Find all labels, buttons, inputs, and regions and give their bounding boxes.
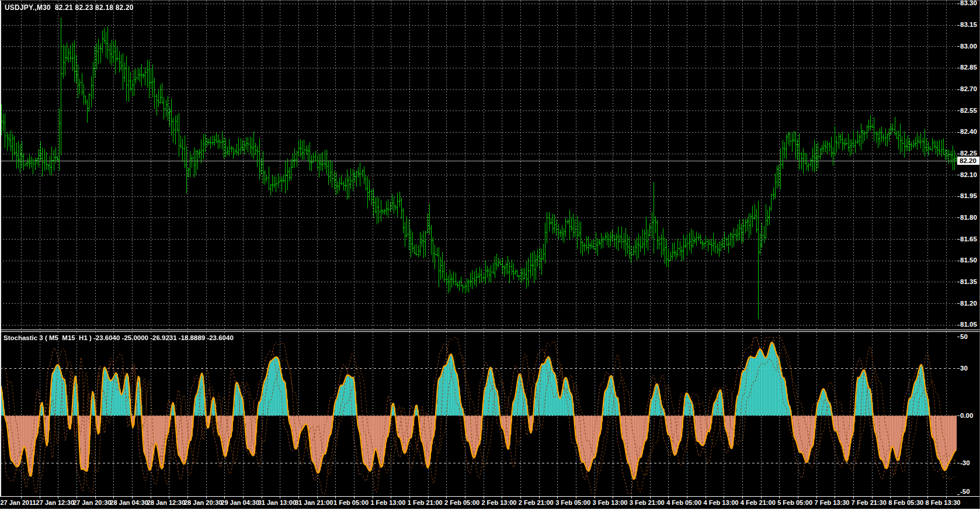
indicator-title-readout: Stochastic 3 ( M5 M15 H1 ) -23.6040 -25.…: [4, 334, 234, 341]
time-axis-tick: [595, 497, 595, 498]
time-axis-tick: [613, 497, 613, 498]
price-axis-label: 82.40: [960, 128, 977, 136]
time-axis-label: 28 Jan 12:30: [147, 499, 185, 506]
time-axis-tick: [631, 497, 632, 498]
price-axis-label: 81.95: [960, 192, 977, 200]
price-axis-tick: [957, 217, 960, 218]
time-axis-tick: [77, 497, 77, 498]
time-axis-label: 7 Feb 21:30: [852, 499, 887, 506]
price-axis-label: 83.30: [960, 0, 977, 7]
price-axis-tick: [957, 110, 960, 111]
time-axis-tick: [835, 497, 835, 498]
price-axis-label: 83.15: [960, 21, 977, 29]
stoch-axis-tick: [957, 463, 960, 463]
time-axis-label: 31 Jan 21:00: [295, 499, 333, 506]
time-axis-tick: [779, 497, 780, 498]
time-axis-label: 8 Feb 05:30: [888, 499, 923, 506]
time-axis-tick: [465, 497, 465, 498]
stoch-axis-label: 0.00: [960, 412, 973, 420]
stoch-axis-label: -50: [960, 488, 970, 496]
time-axis-tick: [151, 497, 151, 498]
time-axis-tick: [816, 497, 817, 498]
time-axis-tick: [706, 497, 706, 498]
time-axis-tick: [391, 497, 391, 498]
time-axis-label: 8 Feb 13:30: [926, 499, 961, 506]
time-axis-label: 3 Feb 05:00: [555, 499, 590, 506]
panel-separator-bottom[interactable]: [0, 331, 980, 332]
time-axis-tick: [335, 497, 336, 498]
price-axis-tick: [957, 68, 960, 68]
price-axis-tick: [957, 196, 960, 197]
chart-window: USDJPY.,M30 82.21 82.23 82.18 82.20 Stoc…: [0, 0, 980, 509]
price-axis-label: 82.55: [960, 107, 977, 115]
time-axis-tick: [206, 497, 207, 498]
price-axis-label: 81.20: [960, 300, 977, 307]
time-axis-tick: [946, 497, 947, 498]
price-axis-tick: [957, 282, 960, 282]
time-axis-label: 3 Feb 21:00: [630, 499, 665, 506]
time-axis-tick: [243, 497, 244, 498]
stoch-axis-tick: [957, 368, 960, 369]
time-axis-tick: [798, 497, 798, 498]
stoch-axis-tick: [957, 415, 960, 416]
time-axis-tick: [668, 497, 669, 498]
price-axis-tick: [957, 261, 960, 261]
time-axis-tick: [742, 497, 743, 498]
time-axis-tick: [687, 497, 687, 498]
time-axis-tick: [557, 497, 558, 498]
time-axis-label: 27 Jan 20:30: [73, 499, 111, 506]
price-axis-tick: [957, 25, 960, 26]
panel-separator-top[interactable]: [0, 330, 980, 330]
price-chart-canvas[interactable]: [0, 1, 957, 330]
time-axis-label: 28 Jan 04:30: [110, 499, 148, 506]
time-axis-tick: [224, 497, 225, 498]
time-axis-tick: [446, 497, 447, 498]
time-axis-label: 2 Feb 21:00: [519, 499, 554, 506]
stoch-axis-tick: [957, 494, 960, 495]
price-axis-label: 81.50: [960, 257, 977, 264]
stoch-axis-label: 50: [960, 333, 968, 341]
time-axis-tick: [853, 497, 854, 498]
time-axis-tick: [409, 497, 410, 498]
price-axis-label: 81.35: [960, 278, 977, 286]
time-axis-tick: [113, 497, 114, 498]
time-axis-tick: [520, 497, 521, 498]
time-axis-label: 2 Feb 13:00: [481, 499, 516, 506]
price-axis-tick: [957, 239, 960, 240]
price-axis-tick: [957, 132, 960, 133]
time-axis-label: 28 Jan 20:30: [184, 499, 222, 506]
time-axis-tick: [539, 497, 540, 498]
stoch-axis-label: -30: [960, 459, 970, 467]
time-axis-tick: [262, 497, 262, 498]
time-axis-tick: [761, 497, 762, 498]
time-axis-tick: [484, 497, 484, 498]
price-axis-label: 81.80: [960, 214, 977, 221]
time-axis-tick: [576, 497, 576, 498]
price-axis-tick: [957, 325, 960, 326]
stochastic-indicator-canvas[interactable]: [0, 332, 957, 496]
time-axis-tick: [21, 497, 22, 498]
stoch-axis-label: 30: [960, 365, 968, 372]
time-axis-tick: [169, 497, 169, 498]
price-axis-label: 81.65: [960, 236, 977, 243]
time-axis-tick: [373, 497, 373, 498]
time-axis-tick: [927, 497, 928, 498]
time-axis-tick: [872, 497, 873, 498]
time-axis-tick: [724, 497, 724, 498]
time-axis-label: 4 Feb 05:00: [666, 499, 701, 506]
price-axis-tick: [957, 4, 960, 4]
price-axis-tick: [957, 154, 960, 154]
time-axis[interactable]: 27 Jan 201127 Jan 12:3027 Jan 20:3028 Ja…: [0, 497, 980, 509]
time-axis-label: 29 Jan 04:30: [221, 499, 259, 506]
time-axis-label: 7 Feb 13:30: [815, 499, 850, 506]
current-price-label: 82.20: [957, 157, 980, 165]
price-axis[interactable]: 83.3083.1583.0082.8582.7082.5582.4082.25…: [957, 1, 980, 496]
time-axis-tick: [354, 497, 355, 498]
time-axis-label: 2 Feb 05:00: [444, 499, 479, 506]
price-axis-label: 82.85: [960, 64, 977, 71]
time-axis-label: 27 Jan 2011: [0, 499, 36, 506]
chart-title-ohlc-readout: USDJPY.,M30 82.21 82.23 82.18 82.20: [5, 4, 134, 12]
stoch-axis-tick: [957, 337, 960, 337]
window-left-border: [0, 1, 1, 496]
time-axis-label: 27 Jan 12:30: [36, 499, 74, 506]
